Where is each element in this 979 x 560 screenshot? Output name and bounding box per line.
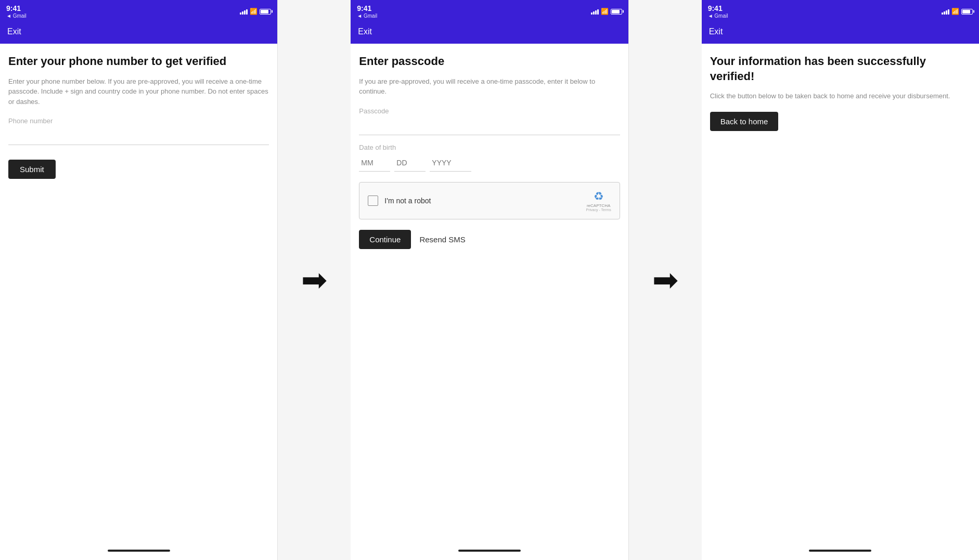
carrier-icon-2: ◄ xyxy=(357,13,362,19)
success-description: Click the button below to be taken back … xyxy=(710,91,971,101)
content-2: Enter passcode If you are pre-approved, … xyxy=(351,44,628,543)
status-left-3: 9:41 ◄ Gmail xyxy=(708,4,728,19)
dob-row xyxy=(359,154,620,172)
signal-bar-3-2 xyxy=(944,11,945,15)
status-left-1: 9:41 ◄ Gmail xyxy=(6,4,27,19)
battery-icon-3 xyxy=(961,9,973,15)
status-time-1: 9:41 xyxy=(6,4,27,13)
status-bar-2: 9:41 ◄ Gmail 📶 xyxy=(351,0,628,22)
phone-number-input[interactable] xyxy=(8,128,269,145)
screen-title-1: Enter your phone number to get verified xyxy=(8,54,269,69)
signal-bar-3-1 xyxy=(942,12,943,15)
screen-title-2: Enter passcode xyxy=(359,54,620,69)
continue-button[interactable]: Continue xyxy=(359,230,411,249)
status-bar-3: 9:41 ◄ Gmail 📶 xyxy=(702,0,979,22)
dob-day-input[interactable] xyxy=(394,154,426,172)
recaptcha-box[interactable]: I'm not a robot ♻ reCAPTCHA Privacy - Te… xyxy=(359,182,620,220)
signal-bars-2 xyxy=(591,8,599,15)
status-carrier-3: ◄ Gmail xyxy=(708,13,728,19)
forward-arrow-1: ➡ xyxy=(301,265,327,296)
success-screen: 9:41 ◄ Gmail 📶 Exit Your information has… xyxy=(702,0,979,560)
recaptcha-brand-text: reCAPTCHA xyxy=(587,203,610,209)
recaptcha-logo: ♻ reCAPTCHA Privacy - Terms xyxy=(586,190,611,212)
carrier-icon-3: ◄ xyxy=(708,13,713,19)
arrow-1-container: ➡ xyxy=(278,0,351,560)
battery-icon-2 xyxy=(611,9,622,15)
passcode-btn-row: Continue Resend SMS xyxy=(359,230,620,249)
status-icons-3: 📶 xyxy=(942,8,973,15)
recaptcha-left: I'm not a robot xyxy=(368,196,431,206)
captcha-label: I'm not a robot xyxy=(384,197,431,205)
content-3: Your information has been successfully v… xyxy=(702,44,979,543)
phone-input-label: Phone number xyxy=(8,117,269,125)
status-carrier-2: ◄ Gmail xyxy=(357,13,377,19)
signal-bar-4 xyxy=(246,9,248,15)
status-time-2: 9:41 xyxy=(357,4,377,13)
signal-bar-2-3 xyxy=(595,10,597,15)
passcode-screen: 9:41 ◄ Gmail 📶 Exit Enter passcode If yo… xyxy=(351,0,628,560)
dob-year-input[interactable] xyxy=(430,154,471,172)
phone-number-screen: 9:41 ◄ Gmail 📶 Exit Enter your phone num… xyxy=(0,0,278,560)
screen-description-2: If you are pre-approved, you will receiv… xyxy=(359,76,620,97)
bottom-bar-1 xyxy=(0,543,277,560)
bottom-bar-3 xyxy=(702,543,979,560)
signal-bar-2-4 xyxy=(597,9,599,15)
signal-bar-2-2 xyxy=(593,11,595,15)
status-carrier-1: ◄ Gmail xyxy=(6,13,27,19)
dob-label: Date of birth xyxy=(359,144,620,151)
submit-button[interactable]: Submit xyxy=(8,160,56,179)
recaptcha-icon: ♻ xyxy=(594,190,604,203)
home-indicator-3 xyxy=(809,550,871,552)
content-1: Enter your phone number to get verified … xyxy=(0,44,277,543)
back-to-home-button[interactable]: Back to home xyxy=(710,112,779,131)
signal-bar-3-4 xyxy=(948,9,949,15)
arrow-2-container: ➡ xyxy=(629,0,702,560)
bottom-bar-2 xyxy=(351,543,628,560)
status-icons-1: 📶 xyxy=(240,8,271,15)
status-left-2: 9:41 ◄ Gmail xyxy=(357,4,377,19)
signal-bars-3 xyxy=(942,8,949,15)
battery-icon-1 xyxy=(260,9,271,15)
recaptcha-sub-text: Privacy - Terms xyxy=(586,208,611,212)
signal-bar-2 xyxy=(242,11,243,15)
battery-fill-3 xyxy=(962,10,970,14)
exit-button-2[interactable]: Exit xyxy=(358,27,372,36)
battery-fill-1 xyxy=(261,10,268,14)
signal-bars-1 xyxy=(240,8,248,15)
screen-description-1: Enter your phone number below. If you ar… xyxy=(8,76,269,107)
exit-button-3[interactable]: Exit xyxy=(709,27,723,36)
wifi-icon-3: 📶 xyxy=(951,8,959,15)
signal-bar-3-3 xyxy=(946,10,947,15)
wifi-icon-1: 📶 xyxy=(250,8,257,15)
resend-sms-button[interactable]: Resend SMS xyxy=(419,235,465,244)
home-indicator-2 xyxy=(458,550,521,552)
signal-bar-1 xyxy=(240,12,241,15)
success-title: Your information has been successfully v… xyxy=(710,54,971,84)
app-header-3: Exit xyxy=(702,22,979,44)
signal-bar-2-1 xyxy=(591,12,592,15)
dob-month-input[interactable] xyxy=(359,154,390,172)
forward-arrow-2: ➡ xyxy=(652,265,678,296)
status-icons-2: 📶 xyxy=(591,8,622,15)
app-header-1: Exit xyxy=(0,22,277,44)
passcode-label: Passcode xyxy=(359,107,620,115)
app-header-2: Exit xyxy=(351,22,628,44)
exit-button-1[interactable]: Exit xyxy=(7,27,21,36)
battery-fill-2 xyxy=(612,10,620,14)
signal-bar-3 xyxy=(244,10,246,15)
captcha-checkbox[interactable] xyxy=(368,196,378,206)
status-time-3: 9:41 xyxy=(708,4,728,13)
passcode-input[interactable] xyxy=(359,118,620,135)
status-bar-1: 9:41 ◄ Gmail 📶 xyxy=(0,0,277,22)
home-indicator-1 xyxy=(108,550,170,552)
wifi-icon-2: 📶 xyxy=(601,8,609,15)
carrier-icon-1: ◄ xyxy=(6,13,11,19)
